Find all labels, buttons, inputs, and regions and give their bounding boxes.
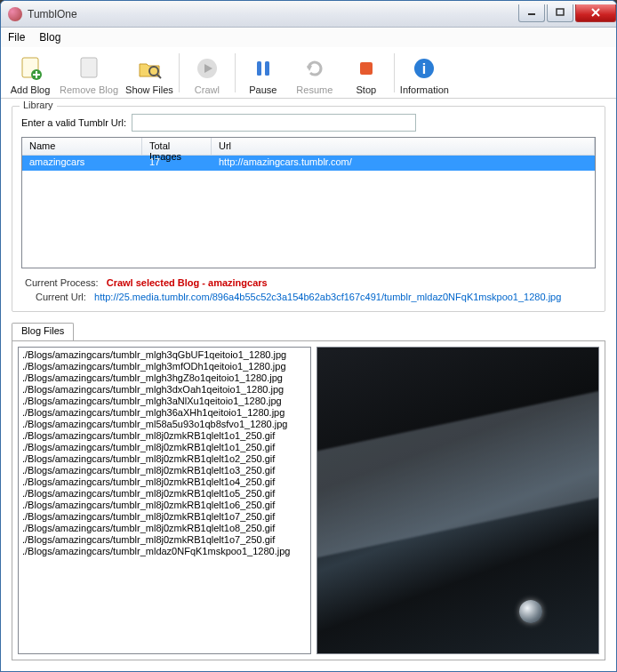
cell-total: 17 (142, 156, 212, 171)
refresh-icon (300, 54, 329, 83)
app-window: TumblOne File Blog Add Blog Remove Blog … (0, 0, 617, 672)
list-item[interactable]: ./Blogs/amazingcars/tumblr_ml8j0zmkRB1ql… (22, 534, 307, 546)
close-button[interactable] (575, 4, 616, 22)
menu-blog[interactable]: Blog (39, 31, 60, 44)
separator (394, 53, 395, 92)
stop-icon (352, 54, 381, 83)
list-item[interactable]: ./Blogs/amazingcars/tumblr_mlgh36aXHh1qe… (22, 407, 307, 419)
add-blog-button[interactable]: Add Blog (4, 49, 56, 97)
tab-blog-files[interactable]: Blog Files (12, 323, 74, 340)
minimize-button[interactable] (518, 4, 545, 22)
svg-line-10 (157, 75, 161, 78)
crawl-button[interactable]: Crawl (181, 49, 233, 97)
stop-button[interactable]: Stop (341, 49, 392, 97)
svg-marker-15 (307, 66, 312, 71)
info-icon: i (410, 54, 438, 83)
remove-blog-button[interactable]: Remove Blog (56, 49, 122, 97)
document-remove-icon (75, 54, 103, 83)
pause-icon (249, 54, 277, 83)
col-total[interactable]: Total Images (142, 138, 212, 155)
list-item[interactable]: ./Blogs/amazingcars/tumblr_ml8j0zmkRB1ql… (22, 488, 307, 500)
list-item[interactable]: ./Blogs/amazingcars/tumblr_ml8j0zmkRB1ql… (22, 465, 307, 476)
show-files-button[interactable]: Show Files (122, 49, 177, 97)
cell-name: amazingcars (22, 156, 142, 171)
list-item[interactable]: ./Blogs/amazingcars/tumblr_mldaz0NFqK1ms… (22, 546, 307, 557)
pause-button[interactable]: Pause (237, 49, 289, 97)
folder-search-icon (135, 54, 164, 83)
list-item[interactable]: ./Blogs/amazingcars/tumblr_mlgh3hgZ8o1qe… (22, 372, 307, 384)
cell-url: http://amazingcars.tumblr.com/ (212, 156, 595, 171)
app-icon (8, 7, 22, 21)
play-icon (193, 54, 221, 83)
list-item[interactable]: ./Blogs/amazingcars/tumblr_mlgh3qGbUF1qe… (22, 349, 307, 361)
list-item[interactable]: ./Blogs/amazingcars/tumblr_ml8j0zmkRB1ql… (22, 500, 307, 511)
window-title: TumblOne (28, 8, 517, 20)
file-list[interactable]: ./Blogs/amazingcars/tumblr_mlgh3qGbUF1qe… (18, 347, 311, 654)
titlebar[interactable]: TumblOne (1, 1, 616, 28)
url-input[interactable] (132, 114, 416, 132)
currenturl-link[interactable]: http://25.media.tumblr.com/896a4b55c52c3… (94, 292, 561, 302)
svg-rect-14 (265, 61, 269, 76)
col-url[interactable]: Url (212, 138, 595, 155)
url-label: Enter a valid Tumblr Url: (21, 117, 126, 128)
list-item[interactable]: ./Blogs/amazingcars/tumblr_ml8j0zmkRB1ql… (22, 523, 307, 534)
list-item[interactable]: ./Blogs/amazingcars/tumblr_mlgh3dxOah1qe… (22, 384, 307, 396)
process-value: Crawl selected Blog - amazingcars (107, 277, 268, 288)
maximize-button[interactable] (547, 4, 573, 22)
image-preview (317, 347, 599, 654)
process-label: Current Process: (25, 277, 99, 288)
menubar: File Blog (1, 28, 616, 47)
list-item[interactable]: ./Blogs/amazingcars/tumblr_ml58a5u93o1qb… (22, 419, 307, 430)
information-button[interactable]: i Information (397, 49, 453, 97)
list-item[interactable]: ./Blogs/amazingcars/tumblr_ml8j0zmkRB1ql… (22, 430, 307, 442)
svg-text:i: i (422, 61, 426, 76)
separator (235, 53, 236, 92)
menu-file[interactable]: File (8, 31, 25, 44)
svg-rect-16 (360, 62, 373, 75)
library-group: Library Enter a valid Tumblr Url: Name T… (12, 106, 605, 312)
svg-rect-1 (557, 9, 564, 15)
list-item[interactable]: ./Blogs/amazingcars/tumblr_ml8j0zmkRB1ql… (22, 511, 307, 523)
document-add-icon (16, 54, 44, 83)
col-name[interactable]: Name (22, 138, 142, 155)
library-title: Library (20, 100, 57, 110)
separator (179, 53, 180, 92)
table-row[interactable]: amazingcars 17 http://amazingcars.tumblr… (22, 156, 595, 171)
library-table[interactable]: Name Total Images Url amazingcars 17 htt… (21, 137, 596, 268)
resume-button[interactable]: Resume (289, 49, 341, 97)
toolbar: Add Blog Remove Blog Show Files Crawl Pa… (1, 47, 616, 99)
list-item[interactable]: ./Blogs/amazingcars/tumblr_mlgh3aNlXu1qe… (22, 396, 307, 407)
svg-rect-8 (81, 58, 97, 77)
list-item[interactable]: ./Blogs/amazingcars/tumblr_ml8j0zmkRB1ql… (22, 453, 307, 465)
list-item[interactable]: ./Blogs/amazingcars/tumblr_ml8j0zmkRB1ql… (22, 476, 307, 488)
currenturl-label: Current Url: (36, 292, 86, 302)
table-header: Name Total Images Url (22, 138, 595, 156)
tabs: Blog Files ./Blogs/amazingcars/tumblr_ml… (12, 323, 605, 660)
list-item[interactable]: ./Blogs/amazingcars/tumblr_mlgh3mfODh1qe… (22, 361, 307, 372)
list-item[interactable]: ./Blogs/amazingcars/tumblr_ml8j0zmkRB1ql… (22, 442, 307, 453)
svg-rect-13 (257, 61, 261, 76)
